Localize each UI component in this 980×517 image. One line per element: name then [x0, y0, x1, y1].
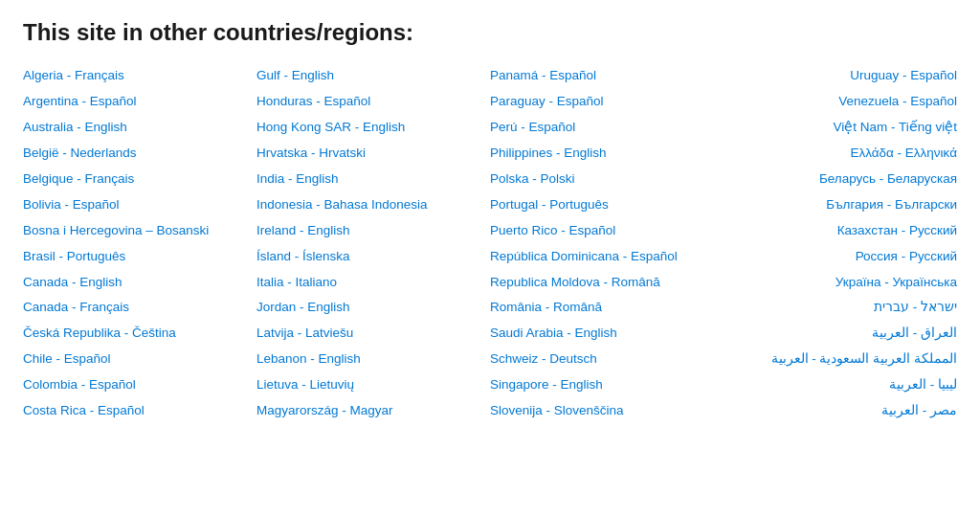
country-link-4-2[interactable]: Venezuela - Español — [724, 89, 957, 115]
country-link-2-9[interactable]: Italia - Italiano — [256, 270, 490, 296]
country-link-1-7[interactable]: Bosna i Hercegovina – Bosanski — [23, 218, 256, 244]
country-link-4-9[interactable]: Україна - Українська — [724, 270, 957, 296]
country-link-4-5[interactable]: Беларусь - Беларуская — [724, 167, 957, 192]
column-2: Gulf - EnglishHonduras - EspañolHong Kon… — [256, 63, 490, 424]
country-link-1-14[interactable]: Costa Rica - Español — [23, 398, 256, 424]
country-link-2-10[interactable]: Jordan - English — [256, 295, 490, 321]
country-link-3-10[interactable]: România - Română — [490, 295, 724, 321]
country-link-3-9[interactable]: Republica Moldova - Română — [490, 270, 724, 296]
country-link-4-14[interactable]: مصر - العربية — [724, 398, 957, 424]
country-link-1-5[interactable]: Belgique - Français — [23, 167, 256, 192]
country-link-1-13[interactable]: Colombia - Español — [23, 372, 256, 398]
country-link-3-8[interactable]: República Dominicana - Español — [490, 244, 724, 270]
column-3: Panamá - EspañolParaguay - EspañolPerú -… — [490, 63, 724, 424]
country-link-3-2[interactable]: Paraguay - Español — [490, 89, 724, 115]
country-link-3-5[interactable]: Polska - Polski — [490, 167, 724, 192]
country-link-3-14[interactable]: Slovenija - Slovenščina — [490, 398, 724, 424]
country-link-3-4[interactable]: Philippines - English — [490, 141, 724, 167]
country-link-1-3[interactable]: Australia - English — [23, 115, 256, 141]
column-1: Algeria - FrançaisArgentina - EspañolAus… — [23, 63, 256, 424]
country-link-2-1[interactable]: Gulf - English — [256, 63, 490, 89]
country-link-2-14[interactable]: Magyarország - Magyar — [256, 398, 490, 424]
country-link-2-13[interactable]: Lietuva - Lietuvių — [256, 372, 490, 398]
country-link-1-4[interactable]: België - Nederlands — [23, 141, 256, 167]
country-link-2-6[interactable]: Indonesia - Bahasa Indonesia — [256, 192, 490, 218]
page-heading: This site in other countries/regions: — [23, 19, 957, 46]
country-link-1-12[interactable]: Chile - Español — [23, 347, 256, 372]
country-link-1-2[interactable]: Argentina - Español — [23, 89, 256, 115]
country-link-1-6[interactable]: Bolivia - Español — [23, 192, 256, 218]
country-link-4-6[interactable]: България - Български — [724, 192, 957, 218]
country-link-3-13[interactable]: Singapore - English — [490, 372, 724, 398]
country-link-4-8[interactable]: Россия - Русский — [724, 244, 957, 270]
country-link-2-8[interactable]: Ísland - Íslenska — [256, 244, 490, 270]
country-link-2-5[interactable]: India - English — [256, 167, 490, 192]
country-link-1-11[interactable]: Česká Republika - Čeština — [23, 321, 256, 347]
country-link-2-4[interactable]: Hrvatska - Hrvatski — [256, 141, 490, 167]
country-link-4-13[interactable]: ليبيا - العربية — [724, 372, 957, 398]
country-link-2-12[interactable]: Lebanon - English — [256, 347, 490, 372]
country-link-4-3[interactable]: Việt Nam - Tiếng việt — [724, 115, 957, 141]
country-link-2-11[interactable]: Latvija - Latviešu — [256, 321, 490, 347]
country-link-4-7[interactable]: Казахстан - Русский — [724, 218, 957, 244]
country-link-3-1[interactable]: Panamá - Español — [490, 63, 724, 89]
country-link-3-11[interactable]: Saudi Arabia - English — [490, 321, 724, 347]
country-link-1-10[interactable]: Canada - Français — [23, 295, 256, 321]
country-link-4-11[interactable]: العراق - العربية — [724, 321, 957, 347]
country-link-3-7[interactable]: Puerto Rico - Español — [490, 218, 724, 244]
column-4: Uruguay - EspañolVenezuela - EspañolViệt… — [724, 63, 957, 424]
country-link-3-3[interactable]: Perú - Español — [490, 115, 724, 141]
country-link-1-8[interactable]: Brasil - Português — [23, 244, 256, 270]
country-link-4-12[interactable]: المملكة العربية السعودية - العربية — [724, 347, 957, 372]
country-link-4-1[interactable]: Uruguay - Español — [724, 63, 957, 89]
countries-grid: Algeria - FrançaisArgentina - EspañolAus… — [23, 63, 957, 424]
country-link-3-6[interactable]: Portugal - Português — [490, 192, 724, 218]
country-link-4-4[interactable]: Ελλάδα - Ελληνικά — [724, 141, 957, 167]
country-link-2-3[interactable]: Hong Kong SAR - English — [256, 115, 490, 141]
country-link-2-7[interactable]: Ireland - English — [256, 218, 490, 244]
country-link-3-12[interactable]: Schweiz - Deutsch — [490, 347, 724, 372]
country-link-2-2[interactable]: Honduras - Español — [256, 89, 490, 115]
country-link-4-10[interactable]: ישראל - עברית — [724, 295, 957, 321]
country-link-1-9[interactable]: Canada - English — [23, 270, 256, 296]
country-link-1-1[interactable]: Algeria - Français — [23, 63, 256, 89]
